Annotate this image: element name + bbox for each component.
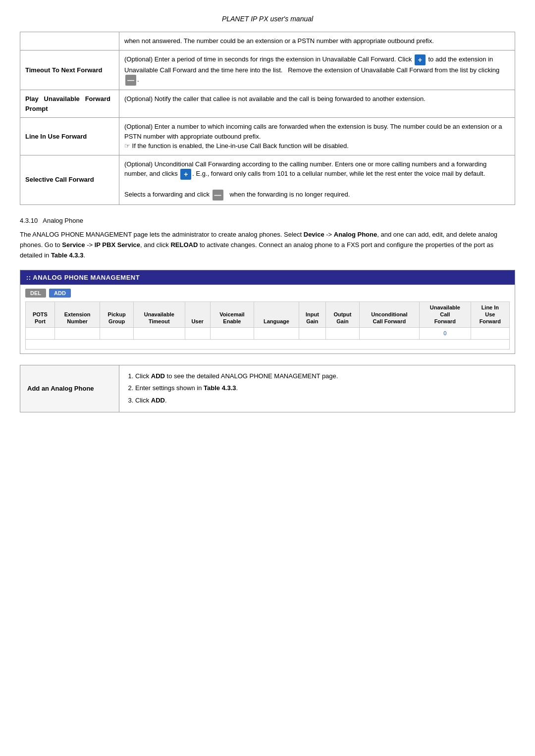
- label-selective: Selective Call Forward: [20, 155, 119, 204]
- table-row-selective: Selective Call Forward (Optional) Uncond…: [20, 155, 515, 204]
- table-row-timeout: Timeout To Next Forward (Optional) Enter…: [20, 50, 515, 90]
- col-language: Language: [254, 302, 299, 327]
- minus-button-timeout[interactable]: —: [125, 75, 136, 86]
- col-voicemail: VoicemailEnable: [210, 302, 254, 327]
- col-unavailable: UnavailableTimeout: [133, 302, 185, 327]
- panel-buttons: DEL ADD: [25, 289, 510, 298]
- cell-user: [185, 327, 210, 339]
- step-1: Click ADD to see the detailed ANALOG PHO…: [135, 370, 508, 383]
- table-header-row: POTSPort ExtensionNumber PickupGroup Una…: [26, 302, 510, 327]
- col-linein: Line InUseForward: [471, 302, 509, 327]
- table-row: 0: [26, 327, 510, 339]
- table-row: when not answered. The number could be a…: [20, 32, 515, 50]
- cell-unavailable: [133, 327, 185, 339]
- feature-table: when not answered. The number could be a…: [20, 32, 515, 205]
- cell-output: [326, 327, 360, 339]
- step-3: Click ADD.: [135, 395, 508, 407]
- analog-inner-table: POTSPort ExtensionNumber PickupGroup Una…: [25, 302, 510, 350]
- table-row-play: Play Unavailable ForwardPrompt (Optional…: [20, 90, 515, 118]
- page-title: PLANET IP PX user's manual: [222, 15, 313, 23]
- col-unavcall: UnavailableCallForward: [419, 302, 471, 327]
- col-user: User: [185, 302, 210, 327]
- add-analog-label: Add an Analog Phone: [20, 365, 119, 412]
- section-paragraph: The ANALOG PHONE MANAGEMENT page lets th…: [20, 230, 515, 260]
- content-timeout: (Optional) Enter a period of time in sec…: [119, 50, 515, 90]
- minus-button-selective[interactable]: —: [213, 190, 223, 201]
- del-button[interactable]: DEL: [25, 289, 46, 298]
- empty-cell: [26, 339, 510, 349]
- cell-pots: [26, 327, 55, 339]
- add-analog-table: Add an Analog Phone Click ADD to see the…: [20, 365, 515, 412]
- col-pots: POTSPort: [26, 302, 55, 327]
- analog-phone-bold: Analog Phone: [334, 231, 377, 238]
- label-cell-intro: [20, 32, 119, 50]
- plus-button-timeout[interactable]: +: [415, 54, 426, 65]
- ip-pbx-bold: IP PBX Service: [95, 241, 140, 249]
- step2-table-bold: Table 4.3.3: [204, 384, 236, 392]
- content-lineuse: (Optional) Enter a number to which incom…: [119, 118, 515, 155]
- content-selective: (Optional) Unconditional Call Forwarding…: [119, 155, 515, 204]
- add-button[interactable]: ADD: [49, 289, 71, 298]
- col-output: OutputGain: [326, 302, 360, 327]
- steps-list: Click ADD to see the detailed ANALOG PHO…: [135, 370, 508, 407]
- intro-text: when not answered. The number could be a…: [124, 37, 434, 45]
- cell-language: [254, 327, 299, 339]
- step1-add-bold: ADD: [151, 372, 165, 380]
- cell-voicemail: [210, 327, 254, 339]
- content-cell-intro: when not answered. The number could be a…: [119, 32, 515, 50]
- table-row-lineuse: Line In Use Forward (Optional) Enter a n…: [20, 118, 515, 155]
- col-unconditional: UnconditionalCall Forward: [359, 302, 419, 327]
- label-timeout: Timeout To Next Forward: [20, 50, 119, 90]
- section-number-title: 4.3.10 Analog Phone: [20, 216, 515, 226]
- cell-linein: [471, 327, 509, 339]
- cell-input: [299, 327, 325, 339]
- analog-panel-header: :: ANALOG PHONE MANAGEMENT: [20, 270, 515, 285]
- analog-panel-body: DEL ADD POTSPort ExtensionNumber PickupG…: [20, 285, 515, 353]
- step-2: Enter settings shown in Table 4.3.3.: [135, 382, 508, 395]
- reload-bold: RELOAD: [170, 241, 198, 249]
- add-analog-steps: Click ADD to see the detailed ANALOG PHO…: [119, 365, 515, 412]
- service-bold: Service: [62, 241, 85, 249]
- label-play: Play Unavailable ForwardPrompt: [20, 90, 119, 118]
- analog-panel: :: ANALOG PHONE MANAGEMENT DEL ADD POTSP…: [20, 270, 515, 354]
- content-play: (Optional) Notify the caller that callee…: [119, 90, 515, 118]
- col-extension: ExtensionNumber: [54, 302, 100, 327]
- label-lineuse: Line In Use Forward: [20, 118, 119, 155]
- col-pickup: PickupGroup: [100, 302, 134, 327]
- cell-pickup: [100, 327, 134, 339]
- col-input: InputGain: [299, 302, 325, 327]
- cell-unconditional: [359, 327, 419, 339]
- plus-button-selective[interactable]: +: [180, 169, 191, 180]
- page-header: PLANET IP PX user's manual: [20, 15, 515, 23]
- step3-add-bold: ADD: [151, 397, 165, 404]
- unavcall-link[interactable]: 0: [443, 330, 446, 336]
- cell-unavcall: 0: [419, 327, 471, 339]
- table-ref-bold: Table 4.3.3: [51, 252, 84, 259]
- table-row-empty: [26, 339, 510, 349]
- cell-extension: [54, 327, 100, 339]
- device-bold: Device: [304, 231, 324, 238]
- section-4310: 4.3.10 Analog Phone The ANALOG PHONE MAN…: [20, 216, 515, 261]
- add-analog-row: Add an Analog Phone Click ADD to see the…: [20, 365, 515, 412]
